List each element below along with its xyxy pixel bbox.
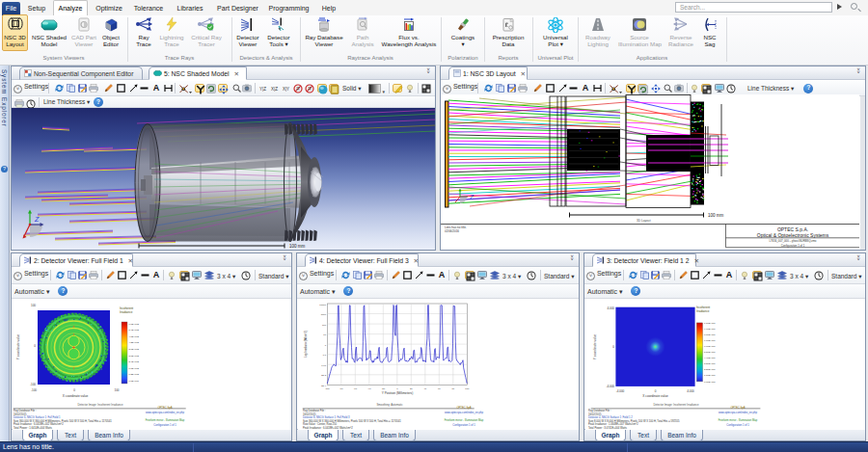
svg-text:0.01: 0.01	[321, 364, 326, 367]
svg-text:-4.000: -4.000	[606, 385, 614, 388]
svg-text:www.optecspa.com/index_en.php: www.optecspa.com/index_en.php	[445, 411, 484, 414]
svg-text:16/02/2015: 16/02/2015	[303, 412, 316, 416]
svg-text:1.8E+002: 1.8E+002	[129, 367, 140, 370]
svg-text:Ray Database File :: Ray Database File :	[14, 409, 37, 412]
svg-text:4.000: 4.000	[687, 389, 694, 393]
svg-text:4.8E+002: 4.8E+002	[129, 335, 140, 338]
svg-text:1E-3: 1E-3	[321, 374, 327, 377]
svg-text:16/02/2015: 16/02/2015	[14, 412, 27, 416]
svg-text:100 mm: 100 mm	[289, 244, 306, 249]
svg-text:OPTEC SpA: OPTEC SpA	[456, 406, 471, 410]
svg-text:OPTEC SpA: OPTEC SpA	[157, 406, 172, 410]
svg-text:1000: 1000	[321, 313, 327, 316]
svg-text:OPTEC SpA: OPTEC SpA	[730, 406, 745, 410]
svg-text:02/06/2016: 02/06/2016	[445, 229, 459, 233]
svg-text:Irradiance: Irradiance	[696, 309, 710, 313]
svg-text:10000: 10000	[319, 304, 326, 306]
svg-text:Detector 6, NSCG Surface 1: Fu: Detector 6, NSCG Surface 1: Full Field 1	[14, 415, 61, 419]
svg-text:4.2E+002: 4.2E+002	[129, 341, 140, 344]
svg-text:Y coordinate value: Y coordinate value	[16, 334, 20, 360]
svg-text:X coordinate value: X coordinate value	[642, 394, 668, 398]
svg-text:8.80E+006: 8.80E+006	[704, 333, 716, 336]
svg-text:-4.000: -4.000	[616, 389, 625, 393]
svg-text:Freeform mirror - Illumination: Freeform mirror - Illumination Map	[719, 418, 758, 422]
svg-text:3.30E+006: 3.30E+006	[704, 362, 716, 365]
svg-text:Configuration 1 of 1: Configuration 1 of 1	[452, 423, 475, 427]
svg-text:Freeform mirror - Illumination: Freeform mirror - Illumination Map	[445, 418, 484, 422]
svg-text:100: 100	[114, 388, 119, 392]
svg-text:Peak Irradiance : 6.0418E+002: Peak Irradiance : 6.0418E+002 Watts/cm^2	[303, 426, 353, 430]
svg-text:www.optecspa.com/index_en.php: www.optecspa.com/index_en.php	[719, 411, 758, 414]
svg-text:Ray Database File :: Ray Database File :	[303, 409, 326, 412]
svg-text:100: 100	[465, 387, 470, 390]
svg-text:Size 8.000 W X 8.000 H Millime: Size 8.000 W X 8.000 H Millimeters, Pixe…	[588, 419, 680, 423]
svg-text:Detector Image: Incoherent Irr: Detector Image: Incoherent Irradiance	[77, 403, 123, 407]
svg-text:Irradiance: Irradiance	[120, 310, 133, 314]
svg-text:100: 100	[31, 304, 36, 307]
svg-text:Row Value : Center, Row 250: Row Value : Center, Row 250	[303, 422, 338, 426]
svg-text:Detector Image: Incoherent Irr: Detector Image: Incoherent Irradiance	[653, 403, 699, 407]
svg-text:6.0E+002: 6.0E+002	[129, 323, 140, 326]
svg-text:0.00E+000: 0.00E+000	[704, 381, 716, 384]
svg-text:Total Power : 3.0741E+004 Watt: Total Power : 3.0741E+004 Watts	[588, 426, 628, 430]
svg-text:4.40E+006: 4.40E+006	[704, 357, 716, 359]
svg-text:7.70E+006: 7.70E+006	[704, 339, 716, 342]
svg-text:Z: Z	[34, 216, 40, 223]
svg-text:R: R	[296, 85, 300, 91]
svg-text:4.000: 4.000	[607, 306, 614, 310]
svg-text:Configuration 1 of 1: Configuration 1 of 1	[781, 244, 805, 248]
svg-text:1.10E+007: 1.10E+007	[704, 322, 716, 325]
svg-text:3D Layout: 3D Layout	[637, 219, 651, 223]
svg-text:X coordinate value: X coordinate value	[63, 394, 89, 398]
svg-text:2.4E+002: 2.4E+002	[129, 360, 140, 363]
svg-text:-100: -100	[325, 387, 330, 390]
svg-text:Configuration 1 of 1: Configuration 1 of 1	[153, 423, 176, 427]
svg-text:3.6E+002: 3.6E+002	[129, 348, 140, 351]
svg-text:Log Irradiance(W/cm^2): Log Irradiance(W/cm^2)	[304, 331, 308, 358]
svg-text:1.2E+002: 1.2E+002	[129, 373, 140, 376]
svg-text:2.20E+006: 2.20E+006	[704, 368, 716, 371]
svg-text:Optical & Optoelectronic Syste: Optical & Optoelectronic Systems	[757, 232, 829, 238]
svg-text:www.optecspa.com/index_en.php: www.optecspa.com/index_en.php	[146, 411, 185, 414]
svg-text:R: R	[308, 85, 312, 91]
svg-text:L7656_007_000 – ghost-NURBSQ.z: L7656_007_000 – ghost-NURBSQ.zmx	[770, 239, 818, 243]
svg-text:Smoothing: Automatic: Smoothing: Automatic	[376, 403, 403, 407]
svg-text:Total Power : 1.6414E+004 Watt: Total Power : 1.6414E+004 Watts	[14, 426, 53, 430]
svg-text:6.60E+006: 6.60E+006	[704, 345, 716, 348]
svg-text:9.90E+006: 9.90E+006	[704, 328, 716, 331]
svg-text:Ray Database File :: Ray Database File :	[588, 409, 611, 412]
svg-text:Detector 4, NSCG Surface 1: Fi: Detector 4, NSCG Surface 1: Field 1 2	[588, 415, 633, 419]
svg-text:Y coordinate value: Y coordinate value	[593, 334, 597, 360]
svg-text:-100: -100	[31, 388, 37, 392]
svg-text:Size 360.000 W X 360.000 H Mil: Size 360.000 W X 360.000 H Millimeters, …	[14, 419, 112, 423]
svg-text:Configuration 1 of 1: Configuration 1 of 1	[726, 423, 749, 427]
svg-text:16/02/2015: 16/02/2015	[588, 412, 602, 416]
svg-text:100 mm: 100 mm	[708, 213, 724, 218]
svg-text:Y Position (Millimeters): Y Position (Millimeters)	[382, 391, 414, 395]
svg-text:5.50E+006: 5.50E+006	[704, 351, 716, 354]
svg-text:Peak Irradiance : 6.0418E+002: Peak Irradiance : 6.0418E+002 Watts/cm^2	[14, 422, 64, 426]
svg-text:5.4E+002: 5.4E+002	[129, 329, 140, 332]
svg-text:3.0E+002: 3.0E+002	[129, 355, 140, 358]
svg-text:Peak Irradiance : 1.0648E+007: Peak Irradiance : 1.0648E+007 Watts/cm^2	[588, 422, 638, 426]
svg-text:6.0E+001: 6.0E+001	[129, 380, 140, 383]
svg-text:-100: -100	[30, 383, 36, 386]
svg-text:Freeform mirror - Illumination: Freeform mirror - Illumination Map	[146, 418, 185, 422]
svg-text:Size 360.000 W X 360.000 H Mil: Size 360.000 W X 360.000 H Millimeters, …	[303, 419, 401, 423]
svg-text:Detector 8, NSCG Surface 1: Fu: Detector 8, NSCG Surface 1: Full Field 3	[303, 415, 350, 419]
svg-text:1.10E+006: 1.10E+006	[704, 374, 716, 377]
svg-text:100: 100	[322, 324, 327, 327]
